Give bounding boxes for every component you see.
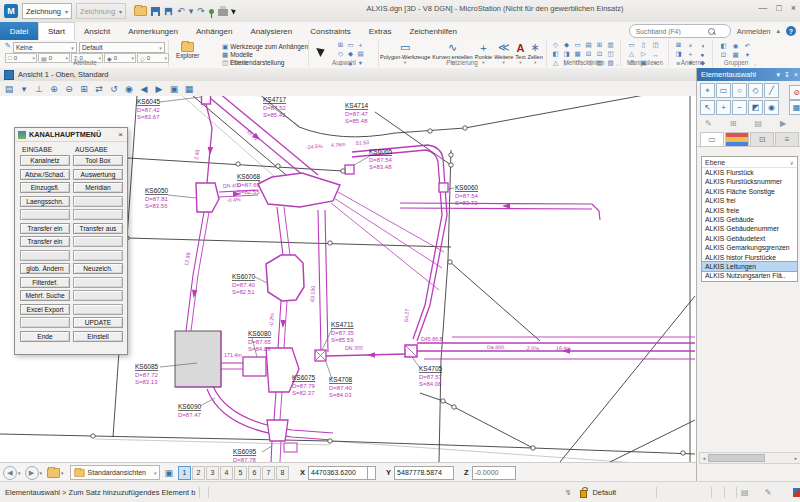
search-box[interactable] [629,24,731,38]
maximize-button[interactable]: □ [776,3,781,13]
modify-tool-icon[interactable]: × [686,41,695,49]
dialog-button[interactable] [20,317,70,328]
active-attributes-combo[interactable]: Default▾ [79,42,165,53]
dialog-close-icon[interactable]: × [118,130,127,139]
dialog-button[interactable] [73,304,123,315]
multiline-tool-icon[interactable]: ◆ [562,41,571,49]
multiline-tool-icon[interactable]: ◧ [551,50,560,58]
edit-icon[interactable]: ✎ [705,119,712,128]
view-number-button[interactable]: 4 [220,466,233,480]
view-number-button[interactable]: 5 [234,466,247,480]
select-subtract-icon[interactable]: − [732,100,747,115]
multiline-tool-icon[interactable]: ▥ [606,41,615,49]
view-number-button[interactable]: 8 [276,466,289,480]
primary-item[interactable]: ▣Werkzeuge zum Anhängen [222,43,308,50]
panel-pin-icon[interactable]: ↧ [784,71,790,79]
dialog-button[interactable]: Auswertung [73,169,123,180]
select-invert-icon[interactable]: ◩ [748,100,763,115]
minimize-button[interactable]: — [758,3,767,13]
dialog-button[interactable] [73,277,123,288]
view-next-button[interactable]: ▶ [25,466,39,480]
list-item[interactable]: ALKIS Nutzungsarten Flä.. [702,271,797,280]
manipulate-tool-icon[interactable]: △ [627,50,636,58]
multiline-tool-icon[interactable]: ◨ [562,50,571,58]
dialog-button[interactable]: Mehrf. Suche [20,290,70,301]
selection-tool-icon[interactable]: ◇ [336,50,345,58]
modify-tool-icon[interactable]: ● [698,50,707,58]
modify-tool-icon[interactable]: ⊠ [674,41,683,49]
view-number-button[interactable]: 1 [178,466,191,480]
scroll-right-icon[interactable]: ▸ [792,455,800,461]
view-number-button[interactable]: 6 [248,466,261,480]
tab-properties-icon[interactable]: ≡ [775,132,799,146]
dialog-button[interactable]: Abzw./Schad. [20,169,70,180]
multiline-tool-icon[interactable]: ◫ [606,50,615,58]
z-coordinate-field[interactable]: -0.0000 [472,466,516,480]
multiline-tool-icon[interactable]: ⊞ [595,41,604,49]
copy-view-icon[interactable]: ▣ [168,84,180,94]
panel-menu-caret-icon[interactable]: ▾ [777,71,781,79]
dialog-button[interactable] [73,236,123,247]
panel-close-icon[interactable]: × [794,71,798,79]
modify-tool-icon[interactable]: + [686,50,695,58]
group-tool-icon[interactable]: ◧ [719,42,728,50]
chevron-down-icon[interactable]: ▾ [40,470,43,476]
dialog-button[interactable]: Einzugsfl. [20,182,70,193]
modify-tool-icon[interactable]: ◨ [674,50,683,58]
selection-tool-icon[interactable]: ⊞ [336,41,345,49]
ribbon-tab[interactable]: Zeichenhilfen [400,22,466,40]
select-shape-icon[interactable]: ◇ [748,83,763,98]
scroll-left-icon[interactable]: ◂ [700,455,708,461]
dialog-button[interactable]: Transfer ein [20,223,70,234]
pan-view-icon[interactable]: ⇄ [93,84,105,94]
explorer-button[interactable]: Explorer [176,42,199,59]
list-item[interactable]: ALKIS Gebäudenummer [702,224,797,233]
dialog-button[interactable]: Laengsschn. [20,196,70,207]
close-button[interactable]: × [791,3,796,13]
group-tool-icon[interactable]: ◉ [731,42,740,50]
view-attributes-icon[interactable]: ▤ [3,84,15,94]
window-area-icon[interactable]: ⊞ [78,84,90,94]
chevron-down-icon[interactable]: ▾ [18,470,21,476]
lock-icon[interactable] [580,490,588,498]
tab-elements-icon[interactable]: ▭ [700,132,724,146]
view-group-folder-icon[interactable] [47,468,60,478]
dialog-button[interactable]: Transfer ein [20,236,70,247]
sign-in-link[interactable]: Anmelden [737,27,771,36]
model-combo[interactable]: Zeichnung▾ [22,3,72,19]
group-tool-icon[interactable]: ▾ [743,51,752,59]
view-next-icon[interactable]: ▶ [153,84,165,94]
selection-set-icon[interactable]: ▤ [741,488,749,497]
dialog-button[interactable]: Excel Export [20,304,70,315]
open-folder-icon[interactable] [134,6,147,16]
list-item[interactable]: ALKIS histor Flurstücke [702,253,797,262]
selection-cursor-icon[interactable] [316,45,327,57]
view-toggle-icon[interactable]: ▣ [165,468,174,478]
dialog-launcher-icon[interactable]: ⌟ [754,60,756,66]
save-settings-icon[interactable] [165,7,172,14]
selection-tool-icon[interactable]: ▭ [346,41,355,49]
manipulate-tool-icon[interactable]: ▭ [627,41,636,49]
undo-caret-icon[interactable]: ▾ [189,6,194,16]
select-line-icon[interactable]: ╱ [764,83,779,98]
list-item[interactable]: ALKIS Flurstücksnummer [702,177,797,186]
tab-datei[interactable]: Datei [0,22,38,40]
group-tool-icon[interactable]: ⊡ [719,51,728,59]
view-number-button[interactable]: 3 [206,466,219,480]
annotation-pen-icon[interactable]: ✎ [765,488,772,497]
view-group-combo[interactable]: Standardansichten ▾ [70,465,160,480]
multiline-tool-icon[interactable]: ▭ [573,41,582,49]
dialog-button[interactable]: Tool Box [73,155,123,166]
list-header[interactable]: Ebene ∨ [702,157,797,168]
ribbon-tab[interactable]: Extras [360,22,401,40]
collapse-ribbon-icon[interactable]: ▴ [776,27,780,35]
list-item[interactable]: ALKIS Leitungen [702,262,797,271]
view-grid-icon[interactable]: ▦ [183,84,195,94]
dialog-button[interactable] [73,250,123,261]
multiline-tool-icon[interactable]: ◇ [551,41,560,49]
dialog-button[interactable]: Transfer aus [73,223,123,234]
view-previous-icon[interactable]: ◀ [138,84,150,94]
panel-title-bar[interactable]: Elementauswahl ▾↧× [697,68,800,81]
dialog-button[interactable]: Meridian [73,182,123,193]
group-tool-icon[interactable]: ▦ [731,51,740,59]
